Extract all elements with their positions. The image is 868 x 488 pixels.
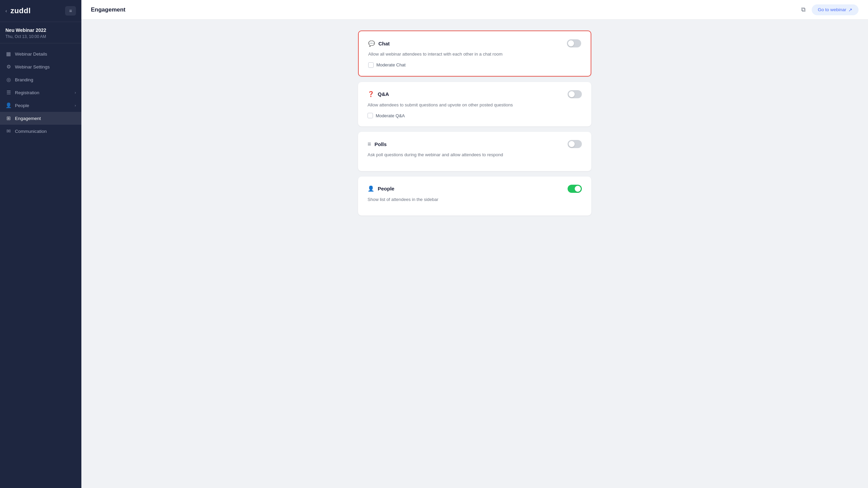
- qna-card: ❓ Q&A Allow attendees to submit question…: [358, 82, 591, 127]
- sidebar-label-webinar-settings: Webinar Settings: [15, 64, 76, 69]
- chevron-down-icon-people: ›: [75, 103, 76, 107]
- chat-checkbox-row: Moderate Chat: [368, 62, 581, 68]
- registration-icon: ☰: [5, 89, 12, 96]
- webinar-date: Thu, Oct 13, 10:00 AM: [5, 34, 76, 39]
- polls-description: Ask poll questions during the webinar an…: [368, 151, 582, 158]
- chat-card-header: 💬 Chat: [368, 39, 581, 47]
- sidebar-label-engagement: Engagement: [15, 116, 76, 121]
- cards-container: 💬 Chat Allow all webinar attendees to in…: [353, 30, 597, 216]
- sidebar-item-people[interactable]: 👤 People ›: [0, 99, 81, 112]
- chat-toggle[interactable]: [567, 39, 581, 47]
- nav-menu: ▦ Webinar Details ⚙ Webinar Settings ◎ B…: [0, 43, 81, 488]
- webinar-info: Neu Webinar 2022 Thu, Oct 13, 10:00 AM: [0, 22, 81, 43]
- people-card-icon: 👤: [368, 185, 374, 192]
- chat-description: Allow all webinar attendees to interact …: [368, 51, 581, 58]
- sidebar: ‹ zuddl ≡ Neu Webinar 2022 Thu, Oct 13, …: [0, 0, 81, 488]
- people-card: 👤 People Show list of attendees in the s…: [358, 177, 591, 216]
- menu-icon: ≡: [69, 8, 72, 14]
- copy-button[interactable]: ⧉: [799, 4, 808, 15]
- qna-icon: ❓: [368, 91, 374, 97]
- communication-icon: ✉: [5, 128, 12, 134]
- main-content: Engagement ⧉ Go to webinar ↗ 💬 Chat: [81, 0, 868, 488]
- chat-toggle-slider: [567, 39, 581, 47]
- moderate-qna-checkbox[interactable]: [368, 113, 373, 118]
- branding-icon: ◎: [5, 77, 12, 83]
- people-icon: 👤: [5, 102, 12, 108]
- topbar-actions: ⧉ Go to webinar ↗: [799, 4, 859, 15]
- qna-toggle-slider: [568, 90, 582, 98]
- polls-icon: ≡: [368, 141, 371, 148]
- sidebar-item-webinar-settings[interactable]: ⚙ Webinar Settings: [0, 60, 81, 73]
- qna-title-group: ❓ Q&A: [368, 91, 389, 97]
- moderate-qna-label: Moderate Q&A: [376, 113, 405, 118]
- copy-icon: ⧉: [801, 6, 806, 13]
- polls-toggle-slider: [568, 140, 582, 148]
- sidebar-header: ‹ zuddl ≡: [0, 0, 81, 22]
- sidebar-label-people: People: [15, 103, 71, 108]
- moderate-chat-label: Moderate Chat: [376, 62, 406, 67]
- chat-card: 💬 Chat Allow all webinar attendees to in…: [358, 30, 591, 77]
- people-title: People: [378, 186, 394, 191]
- back-arrow-icon[interactable]: ‹: [5, 8, 7, 14]
- chevron-down-icon: ›: [75, 90, 76, 95]
- sidebar-label-webinar-details: Webinar Details: [15, 52, 76, 57]
- logo: zuddl: [11, 6, 31, 15]
- chat-icon: 💬: [368, 40, 375, 47]
- engagement-icon: ⊞: [5, 115, 12, 121]
- sidebar-label-branding: Branding: [15, 77, 76, 82]
- sidebar-item-engagement[interactable]: ⊞ Engagement: [0, 112, 81, 125]
- qna-checkbox-row: Moderate Q&A: [368, 113, 582, 118]
- people-toggle[interactable]: [568, 185, 582, 193]
- people-toggle-slider: [568, 185, 582, 193]
- qna-card-header: ❓ Q&A: [368, 90, 582, 98]
- polls-card-header: ≡ Polls: [368, 140, 582, 148]
- qna-description: Allow attendees to submit questions and …: [368, 102, 582, 108]
- sidebar-item-registration[interactable]: ☰ Registration ›: [0, 86, 81, 99]
- qna-title: Q&A: [378, 91, 389, 97]
- webinar-name: Neu Webinar 2022: [5, 27, 76, 33]
- people-card-header: 👤 People: [368, 185, 582, 193]
- sidebar-label-communication: Communication: [15, 129, 76, 134]
- qna-toggle[interactable]: [568, 90, 582, 98]
- people-description: Show list of attendees in the sidebar: [368, 196, 582, 203]
- go-to-webinar-button[interactable]: Go to webinar ↗: [812, 4, 859, 15]
- sidebar-item-communication[interactable]: ✉ Communication: [0, 125, 81, 138]
- sidebar-toggle-button[interactable]: ≡: [65, 6, 76, 16]
- webinar-details-icon: ▦: [5, 51, 12, 57]
- external-link-icon: ↗: [848, 7, 852, 13]
- chat-title-group: 💬 Chat: [368, 40, 390, 47]
- polls-toggle[interactable]: [568, 140, 582, 148]
- webinar-settings-icon: ⚙: [5, 64, 12, 70]
- polls-title: Polls: [375, 141, 387, 147]
- moderate-chat-checkbox[interactable]: [368, 62, 374, 68]
- content-area: 💬 Chat Allow all webinar attendees to in…: [81, 20, 868, 488]
- people-title-group: 👤 People: [368, 185, 394, 192]
- chat-title: Chat: [378, 41, 390, 46]
- sidebar-label-registration: Registration: [15, 90, 71, 95]
- page-title: Engagement: [91, 6, 125, 13]
- polls-card: ≡ Polls Ask poll questions during the we…: [358, 132, 591, 171]
- go-to-webinar-label: Go to webinar: [818, 7, 846, 12]
- topbar: Engagement ⧉ Go to webinar ↗: [81, 0, 868, 20]
- polls-title-group: ≡ Polls: [368, 141, 387, 148]
- sidebar-item-branding[interactable]: ◎ Branding: [0, 73, 81, 86]
- sidebar-item-webinar-details[interactable]: ▦ Webinar Details: [0, 47, 81, 60]
